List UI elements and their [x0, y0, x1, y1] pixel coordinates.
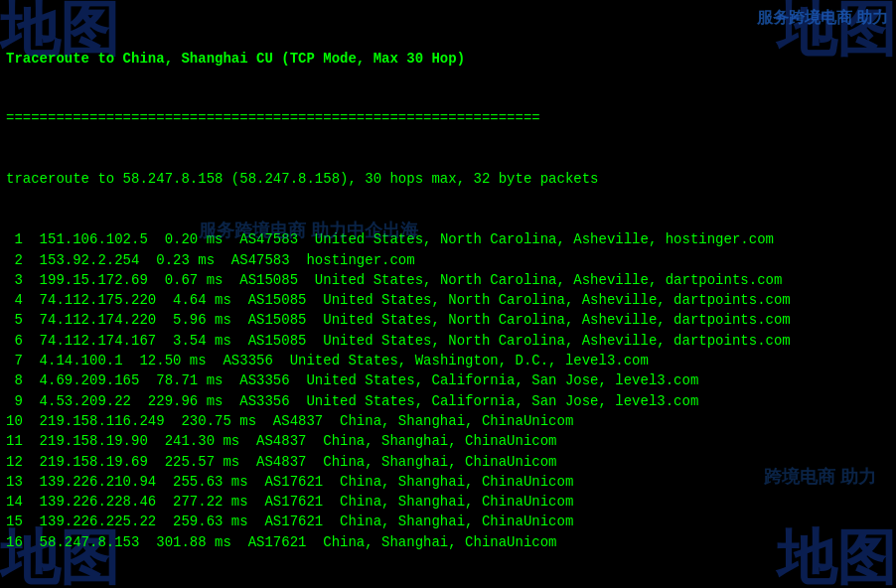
hop-line-6: 6 74.112.174.167 3.54 ms AS15085 United … — [6, 331, 890, 351]
hop-line-12: 12 219.158.19.69 225.57 ms AS4837 China,… — [6, 452, 890, 472]
hop-line-7: 7 4.14.100.1 12.50 ms AS3356 United Stat… — [6, 351, 890, 370]
hop-line-16: 16 58.247.8.153 301.88 ms AS17621 China,… — [6, 532, 890, 552]
hop-line-1: 1 151.106.102.5 0.20 ms AS47583 United S… — [6, 229, 890, 249]
hop-line-11: 11 219.158.19.90 241.30 ms AS4837 China,… — [6, 431, 890, 451]
hop-line-3: 3 199.15.172.69 0.67 ms AS15085 United S… — [6, 270, 890, 290]
traceroute-info: traceroute to 58.247.8.158 (58.247.8.158… — [6, 169, 890, 189]
traceroute-title: Traceroute to China, Shanghai CU (TCP Mo… — [6, 49, 890, 69]
hop-line-4: 4 74.112.175.220 4.64 ms AS15085 United … — [6, 290, 890, 310]
hop-line-13: 13 139.226.210.94 255.63 ms AS17621 Chin… — [6, 472, 890, 492]
hop-line-2: 2 153.92.2.254 0.23 ms AS47583 hostinger… — [6, 250, 890, 270]
hops-list: 1 151.106.102.5 0.20 ms AS47583 United S… — [6, 229, 890, 552]
hop-line-15: 15 139.226.225.22 259.63 ms AS17621 Chin… — [6, 512, 890, 531]
terminal-output: Traceroute to China, Shanghai CU (TCP Mo… — [0, 0, 896, 580]
hop-line-9: 9 4.53.209.22 229.96 ms AS3356 United St… — [6, 391, 890, 411]
separator: ========================================… — [6, 108, 890, 128]
hop-line-8: 8 4.69.209.165 78.71 ms AS3356 United St… — [6, 370, 890, 390]
hop-line-10: 10 219.158.116.249 230.75 ms AS4837 Chin… — [6, 411, 890, 431]
hop-line-14: 14 139.226.228.46 277.22 ms AS17621 Chin… — [6, 492, 890, 512]
hop-line-5: 5 74.112.174.220 5.96 ms AS15085 United … — [6, 310, 890, 330]
